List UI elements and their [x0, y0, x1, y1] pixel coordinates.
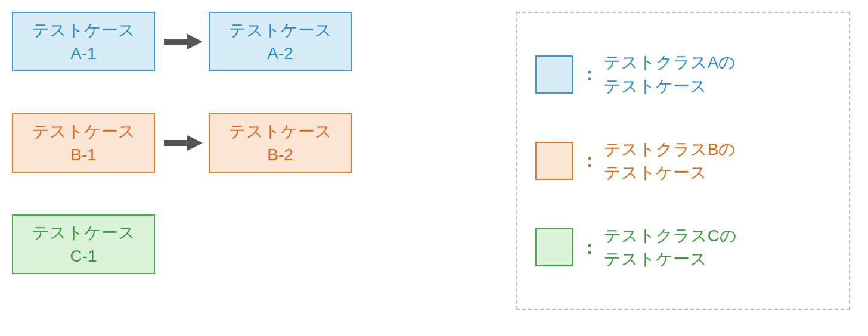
test-row-a: テストケース A-1 テストケース A-2 [12, 12, 352, 71]
node-label-line2: B-2 [267, 143, 293, 166]
legend-colon: : [587, 63, 593, 85]
node-label-line2: B-1 [70, 143, 97, 166]
node-label-line2: C-1 [70, 244, 97, 267]
arrow-icon [155, 12, 209, 71]
legend-swatch-b [535, 142, 574, 180]
node-label-line1: テストケース [229, 120, 332, 143]
node-label-line1: テストケース [229, 18, 332, 42]
test-row-c: テストケース C-1 [12, 214, 352, 274]
node-label-line1: テストケース [32, 120, 135, 143]
node-label-line1: テストケース [32, 221, 135, 244]
legend-label-line1: テストクラスCの [604, 224, 737, 247]
test-case-b2: テストケース B-2 [209, 113, 352, 173]
diagram-area: テストケース A-1 テストケース A-2 テストケース B-1 テストケース [12, 12, 352, 274]
legend-label-c: テストクラスCの テストケース [604, 224, 737, 270]
legend-item-b: : テストクラスBの テストケース [535, 138, 831, 184]
test-case-c1: テストケース C-1 [12, 214, 155, 274]
legend-label-line2: テストケース [604, 247, 737, 270]
node-label-line2: A-1 [70, 42, 97, 65]
test-case-b1: テストケース B-1 [12, 113, 155, 173]
legend-swatch-c [535, 228, 574, 266]
legend-item-c: : テストクラスCの テストケース [535, 224, 831, 270]
arrow-icon [155, 113, 209, 173]
legend-label-line2: テストケース [604, 161, 736, 184]
test-row-b: テストケース B-1 テストケース B-2 [12, 113, 352, 173]
test-case-a2: テストケース A-2 [209, 12, 352, 71]
legend-box: : テストクラスAの テストケース : テストクラスBの テストケース : テス… [516, 12, 850, 310]
legend-label-b: テストクラスBの テストケース [604, 138, 736, 184]
svg-marker-1 [187, 34, 203, 49]
legend-label-line2: テストケース [604, 74, 736, 98]
legend-label-a: テストクラスAの テストケース [604, 51, 736, 97]
legend-label-line1: テストクラスBの [604, 138, 736, 161]
node-label-line1: テストケース [32, 18, 135, 42]
svg-marker-3 [187, 135, 203, 151]
legend-item-a: : テストクラスAの テストケース [535, 51, 831, 97]
legend-swatch-a [535, 55, 574, 94]
legend-label-line1: テストクラスAの [604, 51, 736, 74]
legend-colon: : [587, 150, 593, 172]
test-case-a1: テストケース A-1 [12, 12, 155, 71]
node-label-line2: A-2 [267, 42, 293, 65]
legend-colon: : [587, 237, 593, 259]
